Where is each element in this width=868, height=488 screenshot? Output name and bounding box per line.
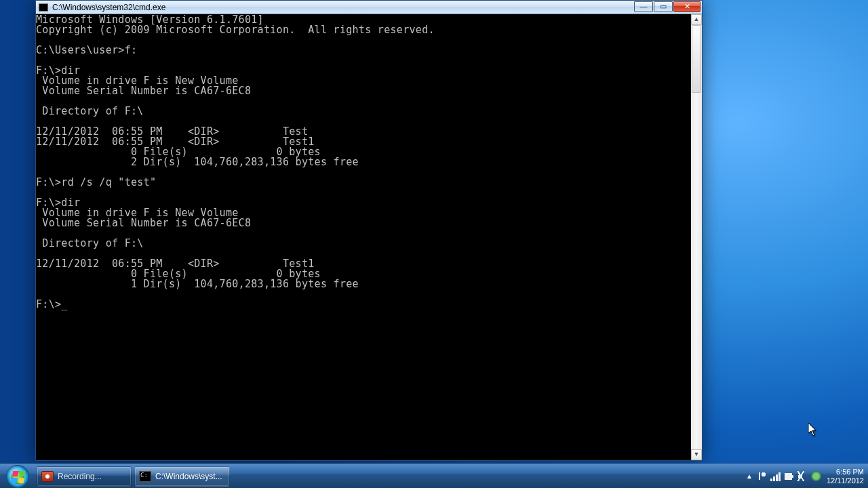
line: Directory of F:\ [36,237,144,249]
tray-app-icon[interactable] [811,471,821,481]
line: F:\>rd /s /q "test" [36,176,156,188]
taskbar-label: C:\Windows\syst... [155,472,222,481]
line: 1 Dir(s) 104,760,283,136 bytes free [36,278,359,290]
cmd-window: C:\Windows\system32\cmd.exe — ▭ ✕ Micros… [35,0,703,461]
taskbar: Recording... C:\Windows\syst... ▲ 6:56 P… [0,464,868,488]
volume-icon[interactable] [797,471,808,481]
scroll-up-button[interactable]: ▲ [691,14,702,25]
windows-logo-icon [6,465,29,488]
tray-overflow-button[interactable]: ▲ [743,470,755,483]
system-tray: ▲ 6:56 PM 12/11/2012 [743,464,868,488]
window-controls: — ▭ ✕ [633,1,701,12]
vertical-scrollbar[interactable]: ▲ ▼ [691,14,702,460]
cmd-icon [139,471,151,482]
line: C:\Users\user>f: [36,44,137,56]
taskbar-item-cmd[interactable]: C:\Windows\syst... [134,466,230,487]
line: Directory of F:\ [36,105,144,117]
tray-icons [757,471,821,481]
battery-icon[interactable] [784,471,794,481]
clock-date: 12/11/2012 [827,476,864,485]
window-title: C:\Windows\system32\cmd.exe [52,3,165,12]
close-button[interactable]: ✕ [673,1,701,12]
scroll-down-button[interactable]: ▼ [691,449,702,460]
console-output[interactable]: Microsoft Windows [Version 6.1.7601] Cop… [36,14,691,460]
text-cursor: _ [61,300,67,310]
minimize-button[interactable]: — [634,1,653,12]
clock[interactable]: 6:56 PM 12/11/2012 [827,468,864,485]
clock-time: 6:56 PM [827,468,864,476]
prompt: F:\> [36,298,61,310]
scroll-thumb[interactable] [692,25,701,93]
recorder-icon [41,471,54,482]
line: Copyright (c) 2009 Microsoft Corporation… [36,24,435,36]
line: Volume Serial Number is CA67-6EC8 [36,85,251,97]
scroll-track[interactable] [691,25,702,449]
cmd-icon [39,3,48,12]
start-button[interactable] [0,464,35,489]
taskbar-label: Recording... [58,472,102,481]
desktop: C:\Windows\system32\cmd.exe — ▭ ✕ Micros… [0,0,868,488]
titlebar[interactable]: C:\Windows\system32\cmd.exe — ▭ ✕ [36,1,702,14]
taskbar-item-recording[interactable]: Recording... [37,466,132,487]
maximize-button[interactable]: ▭ [654,1,673,12]
action-center-icon[interactable] [757,471,767,481]
network-icon[interactable] [770,471,781,481]
line: 2 Dir(s) 104,760,283,136 bytes free [36,156,359,168]
mouse-cursor [808,423,818,436]
line: Volume Serial Number is CA67-6EC8 [36,217,251,229]
